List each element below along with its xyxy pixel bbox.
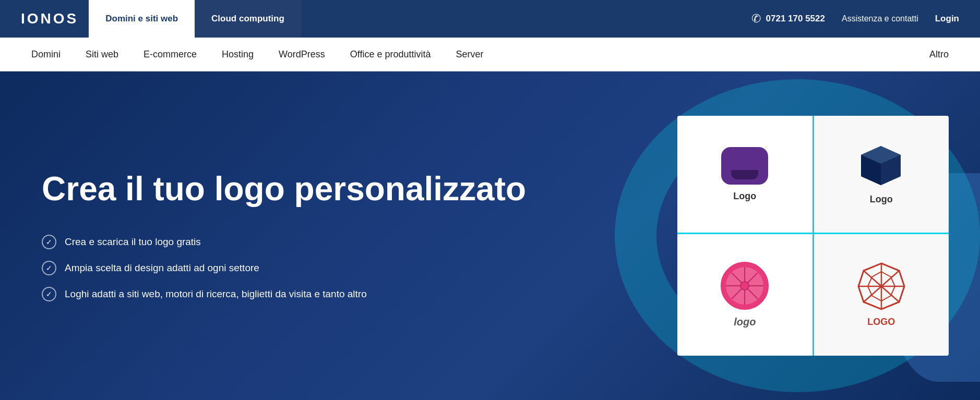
logo-icon-citrus — [721, 262, 769, 310]
hero-feature-3: ✓ Loghi adatti a siti web, motori di ric… — [42, 287, 535, 301]
nav-item-ecommerce[interactable]: E-commerce — [144, 49, 197, 60]
top-nav-left: IONOS Domini e siti web Cloud computing — [21, 0, 301, 38]
tab-domini-siti-web[interactable]: Domini e siti web — [89, 0, 195, 38]
logo-icon-cube — [859, 143, 903, 188]
login-button[interactable]: Login — [935, 14, 959, 24]
hero-feature-text-2: Ampia scelta di design adatti ad ogni se… — [65, 262, 259, 274]
logo-grid: Logo Logo — [677, 116, 949, 356]
logo-cell-4: LOGO — [814, 234, 949, 356]
assistenza-link[interactable]: Assistenza e contatti — [842, 14, 918, 23]
ionos-logo[interactable]: IONOS — [21, 10, 78, 27]
hero-feature-text-3: Loghi adatti a siti web, motori di ricer… — [65, 288, 367, 300]
logo-cell-3: logo — [677, 234, 812, 356]
check-icon-2: ✓ — [42, 261, 56, 275]
phone-icon: ✆ — [751, 12, 761, 26]
hero-feature-2: ✓ Ampia scelta di design adatti ad ogni … — [42, 261, 535, 275]
secondary-nav-items: Domini Siti web E-commerce Hosting WordP… — [31, 49, 484, 60]
check-icon-3: ✓ — [42, 287, 56, 301]
phone-number[interactable]: 0721 170 5522 — [766, 14, 825, 24]
logo-showcase: Logo Logo — [677, 116, 949, 356]
logo-label-2: Logo — [870, 194, 893, 205]
hero-features-list: ✓ Crea e scarica il tuo logo gratis ✓ Am… — [42, 235, 535, 301]
top-navigation: IONOS Domini e siti web Cloud computing … — [0, 0, 980, 38]
nav-item-siti-web[interactable]: Siti web — [86, 49, 118, 60]
nav-item-domini[interactable]: Domini — [31, 49, 61, 60]
logo-label-4: LOGO — [867, 317, 895, 328]
svg-point-10 — [740, 282, 749, 290]
secondary-navigation: Domini Siti web E-commerce Hosting WordP… — [0, 38, 980, 71]
tab-cloud-computing[interactable]: Cloud computing — [195, 0, 301, 38]
nav-item-office[interactable]: Office e produttività — [350, 49, 431, 60]
logo-icon-weave — [857, 262, 905, 310]
hero-section: Crea il tuo logo personalizzato ✓ Crea e… — [0, 71, 980, 400]
hero-feature-1: ✓ Crea e scarica il tuo logo gratis — [42, 235, 535, 249]
hero-feature-text-1: Crea e scarica il tuo logo gratis — [65, 236, 201, 248]
logo-cell-2: Logo — [814, 116, 949, 233]
nav-item-altro[interactable]: Altro — [929, 49, 949, 60]
logo-icon-purple — [721, 147, 768, 185]
nav-item-hosting[interactable]: Hosting — [222, 49, 254, 60]
logo-cell-1: Logo — [677, 116, 812, 233]
top-tabs: Domini e siti web Cloud computing — [89, 0, 301, 38]
phone-area: ✆ 0721 170 5522 — [751, 12, 825, 26]
hero-content: Crea il tuo logo personalizzato ✓ Crea e… — [42, 170, 535, 301]
check-icon-1: ✓ — [42, 235, 56, 249]
nav-item-wordpress[interactable]: WordPress — [279, 49, 325, 60]
hero-title: Crea il tuo logo personalizzato — [42, 170, 535, 209]
top-nav-right: ✆ 0721 170 5522 Assistenza e contatti Lo… — [751, 12, 959, 26]
logo-label-3: logo — [734, 316, 756, 328]
nav-item-server[interactable]: Server — [456, 49, 484, 60]
logo-label-1: Logo — [733, 191, 756, 202]
